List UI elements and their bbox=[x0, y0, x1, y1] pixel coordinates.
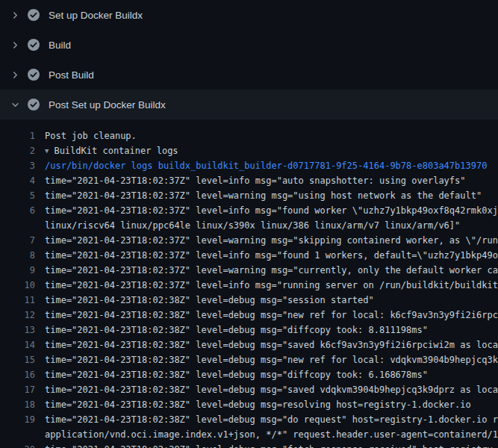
log-line-text: time="2021-04-23T18:02:37Z" level=info m… bbox=[45, 203, 498, 218]
log-line-text: time="2021-04-23T18:02:38Z" level=debug … bbox=[45, 397, 471, 412]
log-line: application/vnd.oci.image.index.v1+json,… bbox=[0, 427, 498, 442]
log-line: 12 time="2021-04-23T18:02:38Z" level=deb… bbox=[0, 308, 498, 323]
log-line: 14 time="2021-04-23T18:02:38Z" level=deb… bbox=[0, 337, 498, 352]
step-label: Set up Docker Buildx bbox=[49, 10, 143, 21]
step-label: Post Build bbox=[49, 69, 94, 81]
log-line-number[interactable]: 8 bbox=[0, 248, 35, 263]
log-line-number[interactable]: 19 bbox=[0, 412, 35, 427]
log-line: 1 Post job cleanup. bbox=[0, 128, 498, 143]
log-line-text: time="2021-04-23T18:02:38Z" level=debug … bbox=[45, 293, 374, 308]
log-line: 10 time="2021-04-23T18:02:37Z" level=inf… bbox=[0, 278, 498, 293]
log-line-number[interactable]: 20 bbox=[0, 442, 35, 448]
step-header-build[interactable]: Build bbox=[0, 30, 498, 60]
step-header-post-build[interactable]: Post Build bbox=[0, 60, 498, 90]
log-line: 5 time="2021-04-23T18:02:37Z" level=warn… bbox=[0, 188, 498, 203]
step-label: Build bbox=[49, 40, 71, 51]
log-line-number bbox=[0, 218, 35, 233]
check-circle-icon bbox=[28, 69, 40, 81]
log-line-text: time="2021-04-23T18:02:37Z" level=warnin… bbox=[45, 188, 482, 203]
log-line-text: time="2021-04-23T18:02:37Z" level=warnin… bbox=[45, 233, 498, 248]
log-line: 2 ▼BuildKit container logs bbox=[0, 143, 498, 158]
log-line-text: time="2021-04-23T18:02:37Z" level=info m… bbox=[45, 248, 498, 263]
log-line-number[interactable]: 13 bbox=[0, 323, 35, 337]
log-line-text: time="2021-04-23T18:02:38Z" level=debug … bbox=[45, 412, 498, 427]
log-line-text: linux/riscv64 linux/ppc64le linux/s390x … bbox=[45, 218, 460, 233]
step-label: Post Set up Docker Buildx bbox=[49, 99, 166, 111]
log-line-number[interactable]: 16 bbox=[0, 367, 35, 382]
log-line-text: time="2021-04-23T18:02:38Z" level=debug … bbox=[45, 367, 428, 382]
steps-list: Set up Docker Buildx Build Post Buil bbox=[0, 0, 498, 119]
log-line: 16 time="2021-04-23T18:02:38Z" level=deb… bbox=[0, 367, 498, 382]
log-line-number[interactable]: 14 bbox=[0, 337, 35, 352]
log-line-text: time="2021-04-23T18:02:37Z" level=info m… bbox=[45, 278, 498, 293]
log-line-text: time="2021-04-23T18:02:37Z" level=info m… bbox=[45, 173, 466, 188]
log-line-number[interactable]: 4 bbox=[0, 173, 35, 188]
log-line-number[interactable]: 7 bbox=[0, 233, 35, 248]
actions-log-viewer: Set up Docker Buildx Build Post Buil bbox=[0, 0, 498, 448]
log-line-number[interactable]: 15 bbox=[0, 352, 35, 367]
log-line: 19 time="2021-04-23T18:02:38Z" level=deb… bbox=[0, 412, 498, 427]
log-line-number[interactable]: 5 bbox=[0, 188, 35, 203]
check-circle-icon bbox=[28, 9, 40, 21]
log-line-text: time="2021-04-23T18:02:38Z" level=debug … bbox=[45, 442, 498, 448]
log-line: 11 time="2021-04-23T18:02:38Z" level=deb… bbox=[0, 293, 498, 308]
chevron-icon bbox=[9, 9, 21, 21]
log-line-text: time="2021-04-23T18:02:38Z" level=debug … bbox=[45, 323, 428, 337]
log-line: 9 time="2021-04-23T18:02:37Z" level=warn… bbox=[0, 263, 498, 278]
log-line-text: time="2021-04-23T18:02:38Z" level=debug … bbox=[45, 308, 498, 323]
log-line: linux/riscv64 linux/ppc64le linux/s390x … bbox=[0, 218, 498, 233]
log-line-number[interactable]: 6 bbox=[0, 203, 35, 218]
log-line-number[interactable]: 11 bbox=[0, 293, 35, 308]
log-panel: 1 Post job cleanup. 2 ▼BuildKit containe… bbox=[0, 128, 498, 448]
group-toggle-icon[interactable]: ▼ bbox=[45, 143, 49, 158]
log-line-number bbox=[0, 427, 35, 442]
log-line-text: application/vnd.oci.image.index.v1+json,… bbox=[45, 427, 498, 442]
log-line-number[interactable]: 12 bbox=[0, 308, 35, 323]
log-line-number[interactable]: 10 bbox=[0, 278, 35, 293]
log-line: 3 /usr/bin/docker logs buildx_buildkit_b… bbox=[0, 158, 498, 173]
log-line-text: time="2021-04-23T18:02:38Z" level=debug … bbox=[45, 337, 498, 352]
log-line: 18 time="2021-04-23T18:02:38Z" level=deb… bbox=[0, 397, 498, 412]
step-header-post-set-up-docker-buildx[interactable]: Post Set up Docker Buildx bbox=[0, 90, 498, 119]
log-line: 7 time="2021-04-23T18:02:37Z" level=warn… bbox=[0, 233, 498, 248]
chevron-icon bbox=[9, 99, 21, 111]
log-line: 8 time="2021-04-23T18:02:37Z" level=info… bbox=[0, 248, 498, 263]
log-line: 20 time="2021-04-23T18:02:38Z" level=deb… bbox=[0, 442, 498, 448]
log-line: 15 time="2021-04-23T18:02:38Z" level=deb… bbox=[0, 352, 498, 367]
log-line-text: /usr/bin/docker logs buildx_buildkit_bui… bbox=[45, 158, 487, 173]
log-line-text[interactable]: ▼BuildKit container logs bbox=[45, 143, 178, 158]
log-line-text: time="2021-04-23T18:02:38Z" level=debug … bbox=[45, 382, 498, 397]
log-line-number[interactable]: 1 bbox=[0, 128, 35, 143]
chevron-icon bbox=[9, 39, 21, 51]
log-line-number[interactable]: 9 bbox=[0, 263, 35, 278]
log-line-number[interactable]: 2 bbox=[0, 143, 35, 158]
log-line-text: time="2021-04-23T18:02:37Z" level=warnin… bbox=[45, 263, 498, 278]
log-line: 17 time="2021-04-23T18:02:38Z" level=deb… bbox=[0, 382, 498, 397]
check-circle-icon bbox=[28, 99, 40, 111]
log-line: 13 time="2021-04-23T18:02:38Z" level=deb… bbox=[0, 323, 498, 337]
log-line-text: time="2021-04-23T18:02:38Z" level=debug … bbox=[45, 352, 498, 367]
log-line-number[interactable]: 18 bbox=[0, 397, 35, 412]
chevron-icon bbox=[9, 69, 21, 81]
log-line: 6 time="2021-04-23T18:02:37Z" level=info… bbox=[0, 203, 498, 218]
step-header-set-up-docker-buildx[interactable]: Set up Docker Buildx bbox=[0, 0, 498, 30]
log-line-number[interactable]: 3 bbox=[0, 158, 35, 173]
log-line-number[interactable]: 17 bbox=[0, 382, 35, 397]
log-line: 4 time="2021-04-23T18:02:37Z" level=info… bbox=[0, 173, 498, 188]
check-circle-icon bbox=[28, 39, 40, 51]
log-line-text: Post job cleanup. bbox=[45, 128, 137, 143]
